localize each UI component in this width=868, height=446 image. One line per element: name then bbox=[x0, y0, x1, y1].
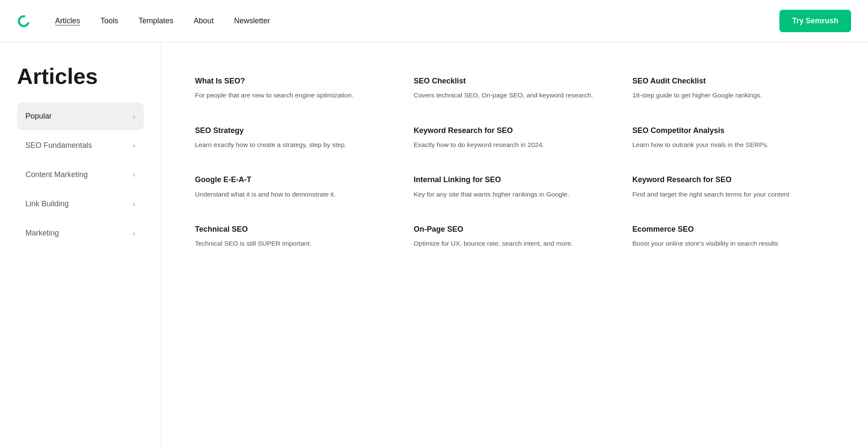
article-title: Ecommerce SEO bbox=[632, 224, 826, 234]
sidebar-item-content-marketing[interactable]: Content Marketing › bbox=[17, 161, 144, 188]
page-body: Articles Popular › SEO Fundamentals › Co… bbox=[0, 42, 868, 446]
nav-tools[interactable]: Tools bbox=[100, 17, 118, 25]
article-card[interactable]: Keyword Research for SEO Find and target… bbox=[624, 162, 843, 212]
nav-articles[interactable]: Articles bbox=[55, 17, 80, 25]
article-card[interactable]: SEO Competitor Analysis Learn how to out… bbox=[624, 113, 843, 163]
article-title: SEO Checklist bbox=[414, 76, 607, 86]
article-card[interactable]: SEO Audit Checklist 18-step guide to get… bbox=[624, 64, 843, 113]
navbar: Articles Tools Templates About Newslette… bbox=[0, 0, 868, 42]
article-desc: 18-step guide to get higher Google ranki… bbox=[632, 90, 826, 100]
article-desc: Boost your online store's visibility in … bbox=[632, 238, 826, 248]
nav-newsletter[interactable]: Newsletter bbox=[234, 17, 270, 25]
chevron-right-icon: › bbox=[133, 200, 135, 208]
sidebar-item-seo-fundamentals[interactable]: SEO Fundamentals › bbox=[17, 132, 144, 159]
sidebar-item-link-building[interactable]: Link Building › bbox=[17, 190, 144, 218]
chevron-right-icon: › bbox=[133, 230, 135, 237]
article-desc: Key for any site that wants higher ranki… bbox=[414, 189, 607, 199]
chevron-right-icon: › bbox=[133, 142, 135, 150]
article-card[interactable]: Internal Linking for SEO Key for any sit… bbox=[405, 162, 624, 212]
article-card[interactable]: What Is SEO? For people that are new to … bbox=[186, 64, 405, 113]
try-semrush-button[interactable]: Try Semrush bbox=[779, 10, 851, 32]
article-title: Keyword Research for SEO bbox=[414, 126, 607, 136]
chevron-right-icon: › bbox=[133, 171, 135, 179]
article-title: SEO Strategy bbox=[195, 126, 388, 136]
nav-links: Articles Tools Templates About Newslette… bbox=[55, 17, 779, 25]
article-desc: Technical SEO is still SUPER important. bbox=[195, 238, 388, 248]
sidebar-item-label: Content Marketing bbox=[25, 170, 88, 179]
article-card[interactable]: Google E-E-A-T Understand what it is and… bbox=[186, 162, 405, 212]
article-title: Technical SEO bbox=[195, 224, 388, 234]
article-title: On-Page SEO bbox=[414, 224, 607, 234]
article-desc: Find and target the right search terms f… bbox=[632, 189, 826, 199]
article-desc: Optimize for UX, bounce rate, search int… bbox=[414, 238, 607, 248]
sidebar: Articles Popular › SEO Fundamentals › Co… bbox=[0, 42, 161, 446]
article-title: Keyword Research for SEO bbox=[632, 175, 826, 185]
article-desc: Understand what it is and how to demonst… bbox=[195, 189, 388, 199]
article-title: SEO Competitor Analysis bbox=[632, 126, 826, 136]
article-desc: Learn how to outrank your rivals in the … bbox=[632, 140, 826, 150]
sidebar-item-marketing[interactable]: Marketing › bbox=[17, 219, 144, 247]
sidebar-item-label: Link Building bbox=[25, 199, 69, 208]
sidebar-item-label: Popular bbox=[25, 112, 52, 121]
logo[interactable] bbox=[17, 15, 30, 27]
articles-grid: What Is SEO? For people that are new to … bbox=[186, 64, 843, 261]
article-desc: Learn exactly how to create a strategy, … bbox=[195, 140, 388, 150]
sidebar-title: Articles bbox=[17, 64, 144, 89]
logo-o-icon bbox=[16, 13, 32, 29]
article-card[interactable]: SEO Strategy Learn exactly how to create… bbox=[186, 113, 405, 163]
article-card[interactable]: SEO Checklist Covers technical SEO, On-p… bbox=[405, 64, 624, 113]
article-desc: Covers technical SEO, On-page SEO, and k… bbox=[414, 90, 607, 100]
article-title: What Is SEO? bbox=[195, 76, 388, 86]
nav-about[interactable]: About bbox=[194, 17, 214, 25]
article-title: SEO Audit Checklist bbox=[632, 76, 826, 86]
nav-templates[interactable]: Templates bbox=[139, 17, 173, 25]
article-card[interactable]: Technical SEO Technical SEO is still SUP… bbox=[186, 212, 405, 261]
article-card[interactable]: On-Page SEO Optimize for UX, bounce rate… bbox=[405, 212, 624, 261]
sidebar-item-label: Marketing bbox=[25, 229, 59, 238]
article-desc: For people that are new to search engine… bbox=[195, 90, 388, 100]
main-content: What Is SEO? For people that are new to … bbox=[161, 42, 868, 446]
article-card[interactable]: Keyword Research for SEO Exactly how to … bbox=[405, 113, 624, 163]
article-desc: Exactly how to do keyword research in 20… bbox=[414, 140, 607, 150]
sidebar-item-label: SEO Fundamentals bbox=[25, 141, 92, 150]
article-title: Google E-E-A-T bbox=[195, 175, 388, 185]
sidebar-item-popular[interactable]: Popular › bbox=[17, 102, 144, 130]
article-title: Internal Linking for SEO bbox=[414, 175, 607, 185]
chevron-right-icon: › bbox=[133, 113, 135, 120]
article-card[interactable]: Ecommerce SEO Boost your online store's … bbox=[624, 212, 843, 261]
